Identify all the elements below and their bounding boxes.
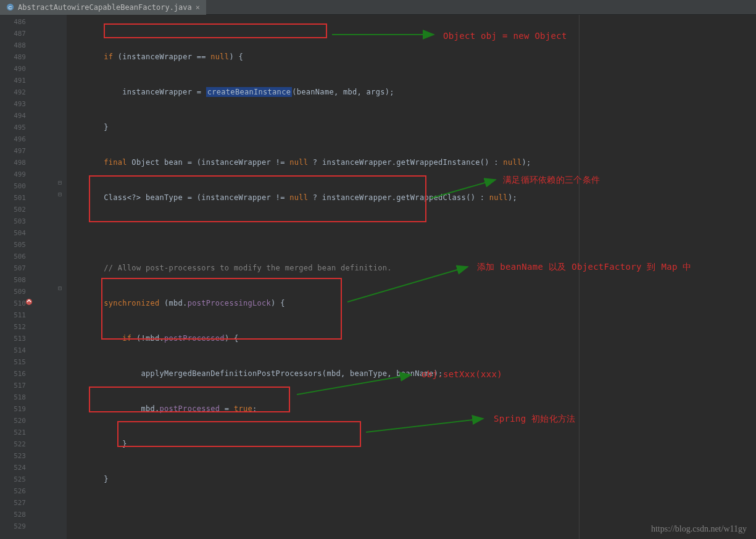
annotation-text: Object obj = new Object xyxy=(443,30,567,42)
code-line: } xyxy=(67,438,756,450)
code-line: if (!mbd.postProcessed) { xyxy=(67,333,756,345)
annotation-text: obj.setXxx(xxx) xyxy=(422,369,502,380)
code-line: Class<?> beanType = (instanceWrapper != … xyxy=(67,192,756,204)
line-number: 522 xyxy=(0,438,26,450)
line-number: 516 xyxy=(0,368,26,380)
line-number: 486 xyxy=(0,16,26,28)
line-number: 515 xyxy=(0,356,26,368)
right-margin-guide xyxy=(579,15,579,539)
line-number: 521 xyxy=(0,427,26,438)
line-number: 510 xyxy=(0,298,26,309)
line-number: 513 xyxy=(0,333,26,345)
arrow-icon xyxy=(329,27,440,40)
code-line: synchronized (mbd.postProcessingLock) { xyxy=(67,298,756,309)
code-line: mbd.postProcessed = true; xyxy=(67,403,756,415)
line-number: 501 xyxy=(0,192,26,204)
override-marker-icon[interactable] xyxy=(25,298,33,307)
code-line: if (instanceWrapper == null) { xyxy=(67,51,756,63)
line-number: 526 xyxy=(0,485,26,497)
line-number: 505 xyxy=(0,239,26,251)
line-number: 508 xyxy=(0,274,26,286)
code-line: } xyxy=(67,122,756,133)
svg-text:C: C xyxy=(9,5,12,10)
line-number: 523 xyxy=(0,450,26,462)
line-number: 488 xyxy=(0,40,26,51)
line-number: 489 xyxy=(0,51,26,63)
code-line xyxy=(67,509,756,520)
fold-expand-icon[interactable]: ⊟ xyxy=(58,179,62,186)
line-number: 487 xyxy=(0,28,26,40)
close-icon[interactable]: × xyxy=(196,3,200,12)
fold-expand-icon[interactable]: ⊟ xyxy=(58,285,62,291)
code-line xyxy=(67,227,756,239)
line-number: 494 xyxy=(0,110,26,122)
annotation-text: 满足循环依赖的三个条件 xyxy=(503,174,600,186)
highlight-box xyxy=(104,23,327,38)
line-number: 504 xyxy=(0,227,26,239)
java-class-icon: C xyxy=(6,3,14,11)
line-number: 506 xyxy=(0,251,26,262)
code-area[interactable]: if (instanceWrapper == null) { instanceW… xyxy=(67,15,756,539)
line-number: 490 xyxy=(0,63,26,75)
line-number: 499 xyxy=(0,169,26,180)
line-number: 503 xyxy=(0,215,26,227)
arrow-icon xyxy=(363,415,489,435)
line-number: 524 xyxy=(0,462,26,474)
watermark-text: https://blog.csdn.net/w11gy xyxy=(651,524,747,534)
line-number: 518 xyxy=(0,391,26,403)
svg-line-8 xyxy=(366,419,483,432)
line-number: 491 xyxy=(0,75,26,86)
line-number-gutter: 4864874884894904914924934944954964974984… xyxy=(0,15,35,539)
line-number: 493 xyxy=(0,98,26,110)
code-line: final Object bean = (instanceWrapper != … xyxy=(67,157,756,169)
line-number: 498 xyxy=(0,157,26,169)
code-line: instanceWrapper = createBeanInstance(bea… xyxy=(67,86,756,98)
line-number: 525 xyxy=(0,474,26,485)
line-number: 507 xyxy=(0,262,26,274)
line-number: 527 xyxy=(0,497,26,509)
line-number: 529 xyxy=(0,520,26,532)
line-number: 512 xyxy=(0,321,26,333)
tab-bar: C AbstractAutowireCapableBeanFactory.jav… xyxy=(0,0,756,15)
line-number: 514 xyxy=(0,345,26,356)
line-number: 495 xyxy=(0,122,26,133)
line-number: 496 xyxy=(0,133,26,145)
file-tab[interactable]: C AbstractAutowireCapableBeanFactory.jav… xyxy=(0,0,206,15)
line-number: 528 xyxy=(0,509,26,520)
line-number: 492 xyxy=(0,86,26,98)
tab-filename: AbstractAutowireCapableBeanFactory.java xyxy=(18,3,192,12)
line-number: 519 xyxy=(0,403,26,415)
line-number: 520 xyxy=(0,415,26,427)
line-number: 500 xyxy=(0,180,26,192)
line-number: 509 xyxy=(0,286,26,298)
line-number: 502 xyxy=(0,204,26,215)
annotation-text: 添加 beanName 以及 ObjectFactory 到 Map 中 xyxy=(477,261,692,273)
code-line: applyMergedBeanDefinitionPostProcessors(… xyxy=(67,368,756,380)
gutter-markers: ⊟ ⊟ ⊟ xyxy=(35,15,67,539)
code-line: } xyxy=(67,474,756,485)
editor-area: 4864874884894904914924934944954964974984… xyxy=(0,15,756,539)
line-number: 517 xyxy=(0,380,26,391)
annotation-text: Spring 初始化方法 xyxy=(494,413,576,425)
fold-expand-icon[interactable]: ⊟ xyxy=(58,191,62,198)
line-number: 497 xyxy=(0,145,26,157)
line-number: 511 xyxy=(0,309,26,321)
